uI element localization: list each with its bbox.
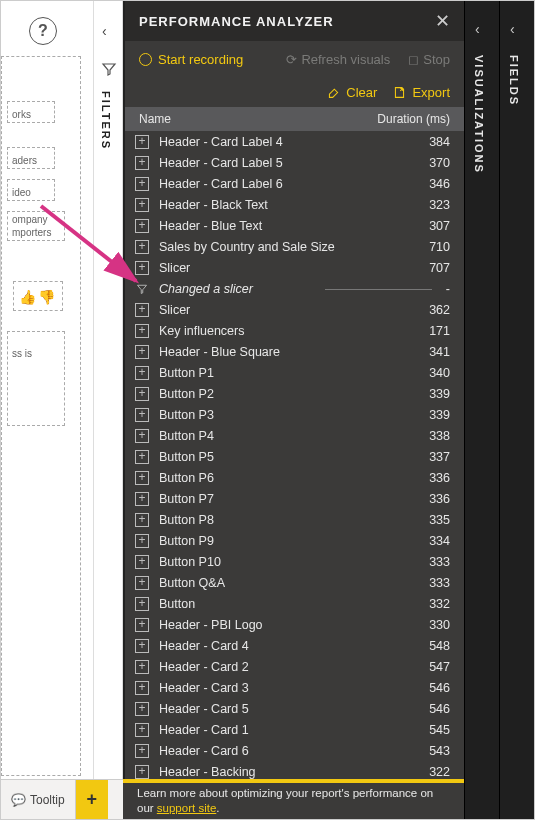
expand-icon[interactable]: + [135, 765, 149, 779]
support-site-link[interactable]: support site [157, 802, 216, 814]
expand-icon[interactable]: + [135, 156, 149, 170]
row-name: Button P1 [159, 366, 390, 380]
expand-icon[interactable]: + [135, 555, 149, 569]
row-duration: 546 [390, 702, 450, 716]
row-duration: 322 [390, 765, 450, 779]
table-row[interactable]: +Button P6336 [125, 467, 464, 488]
feedback-icons[interactable]: 👍👎 [19, 289, 57, 305]
table-row[interactable]: +Header - Blue Text307 [125, 215, 464, 236]
expand-icon[interactable]: + [135, 261, 149, 275]
table-row[interactable]: +Header - PBI Logo330 [125, 614, 464, 635]
row-name: Button P4 [159, 429, 390, 443]
visualizations-pane-collapsed[interactable]: ‹ VISUALIZATIONS [464, 1, 499, 820]
expand-icon[interactable]: + [135, 618, 149, 632]
expand-icon[interactable]: + [135, 324, 149, 338]
filters-pane-collapsed[interactable]: ‹ FILTERS [93, 1, 123, 781]
panel-toolbar: Start recording ⟳ Refresh visuals ◻ Stop [125, 41, 464, 77]
table-row[interactable]: +Button332 [125, 593, 464, 614]
table-row[interactable]: +Header - Card Label 6346 [125, 173, 464, 194]
table-row[interactable]: +Button P3339 [125, 404, 464, 425]
export-button[interactable]: Export [393, 85, 450, 100]
expand-icon[interactable]: + [135, 660, 149, 674]
table-row[interactable]: +Button P5337 [125, 446, 464, 467]
clear-button[interactable]: Clear [327, 85, 377, 100]
tooltip-icon: 💬 [11, 793, 26, 807]
table-row[interactable]: +Button Q&A333 [125, 572, 464, 593]
row-name: Header - Card 4 [159, 639, 390, 653]
page-tab-tooltip[interactable]: 💬 Tooltip [1, 780, 76, 819]
expand-icon[interactable]: + [135, 702, 149, 716]
canvas-tile: ideo [7, 179, 55, 201]
expand-icon[interactable]: + [135, 198, 149, 212]
right-rails: ‹ VISUALIZATIONS ‹ FIELDS [464, 1, 534, 820]
close-icon[interactable]: ✕ [435, 10, 450, 32]
expand-icon[interactable]: + [135, 681, 149, 695]
row-name: Button P7 [159, 492, 390, 506]
chevron-left-icon[interactable]: ‹ [510, 21, 515, 37]
row-name: Header - Card 5 [159, 702, 390, 716]
expand-icon[interactable]: + [135, 723, 149, 737]
row-duration: 341 [390, 345, 450, 359]
event-row[interactable]: Changed a slicer- [125, 278, 464, 299]
table-body[interactable]: +Header - Card Label 4384+Header - Card … [125, 131, 464, 781]
expand-icon[interactable]: + [135, 744, 149, 758]
table-row[interactable]: +Header - Card Label 4384 [125, 131, 464, 152]
expand-icon[interactable]: + [135, 492, 149, 506]
expand-icon[interactable]: + [135, 576, 149, 590]
expand-icon[interactable]: + [135, 429, 149, 443]
row-duration: - [390, 282, 450, 296]
page-tab-bar: 💬 Tooltip + [1, 779, 123, 819]
table-row[interactable]: +Header - Card 5546 [125, 698, 464, 719]
table-row[interactable]: +Button P2339 [125, 383, 464, 404]
table-row[interactable]: +Header - Blue Square341 [125, 341, 464, 362]
expand-icon[interactable]: + [135, 597, 149, 611]
table-row[interactable]: +Header - Backing322 [125, 761, 464, 781]
table-row[interactable]: +Button P1340 [125, 362, 464, 383]
table-row[interactable]: +Key influencers171 [125, 320, 464, 341]
expand-icon[interactable]: + [135, 408, 149, 422]
table-row[interactable]: +Header - Card Label 5370 [125, 152, 464, 173]
expand-icon[interactable]: + [135, 240, 149, 254]
table-row[interactable]: +Header - Card 3546 [125, 677, 464, 698]
table-row[interactable]: +Slicer362 [125, 299, 464, 320]
expand-icon[interactable]: + [135, 450, 149, 464]
visualizations-label: VISUALIZATIONS [473, 55, 485, 174]
record-icon [139, 53, 152, 66]
row-name: Header - Card 1 [159, 723, 390, 737]
chevron-left-icon[interactable]: ‹ [475, 21, 480, 37]
table-row[interactable]: +Header - Card 4548 [125, 635, 464, 656]
expand-icon[interactable]: + [135, 471, 149, 485]
table-row[interactable]: +Header - Card 6543 [125, 740, 464, 761]
table-row[interactable]: +Header - Black Text323 [125, 194, 464, 215]
expand-icon[interactable]: + [135, 303, 149, 317]
table-row[interactable]: +Button P10333 [125, 551, 464, 572]
table-row[interactable]: +Header - Card 2547 [125, 656, 464, 677]
table-row[interactable]: +Button P9334 [125, 530, 464, 551]
column-duration[interactable]: Duration (ms) [360, 112, 450, 126]
filter-icon [101, 61, 117, 80]
expand-icon[interactable]: + [135, 639, 149, 653]
expand-icon[interactable]: + [135, 387, 149, 401]
expand-icon[interactable]: + [135, 513, 149, 527]
expand-icon[interactable]: + [135, 534, 149, 548]
table-row[interactable]: +Header - Card 1545 [125, 719, 464, 740]
row-duration: 339 [390, 408, 450, 422]
canvas-tile: ss is [7, 331, 65, 426]
expand-icon[interactable]: + [135, 177, 149, 191]
fields-pane-collapsed[interactable]: ‹ FIELDS [499, 1, 534, 820]
expand-icon[interactable]: + [135, 345, 149, 359]
table-row[interactable]: +Button P4338 [125, 425, 464, 446]
expand-icon[interactable]: + [135, 135, 149, 149]
start-recording-button[interactable]: Start recording [139, 52, 243, 67]
table-row[interactable]: +Button P8335 [125, 509, 464, 530]
chevron-left-icon[interactable]: ‹ [102, 23, 107, 39]
canvas-tile: orks [7, 101, 55, 123]
expand-icon[interactable]: + [135, 366, 149, 380]
table-row[interactable]: +Sales by Country and Sale Size710 [125, 236, 464, 257]
table-row[interactable]: +Button P7336 [125, 488, 464, 509]
expand-icon[interactable]: + [135, 219, 149, 233]
help-icon[interactable]: ? [29, 17, 57, 45]
add-page-button[interactable]: + [76, 780, 108, 819]
column-name[interactable]: Name [139, 112, 360, 126]
table-row[interactable]: +Slicer707 [125, 257, 464, 278]
